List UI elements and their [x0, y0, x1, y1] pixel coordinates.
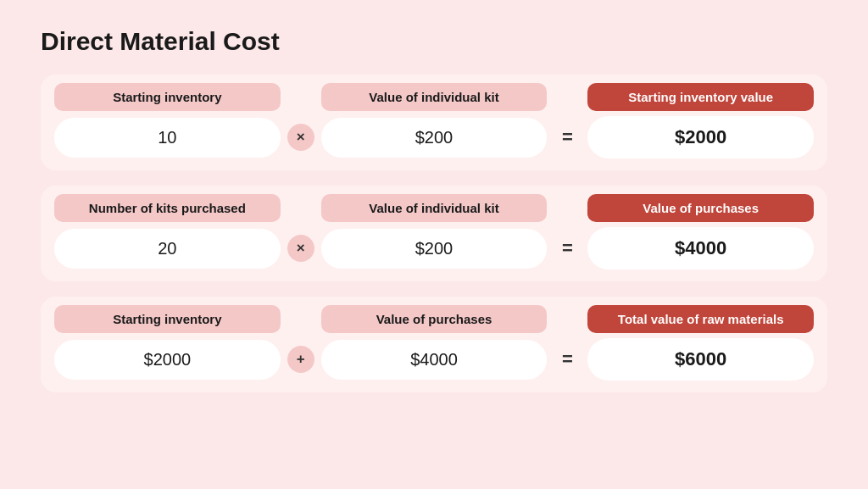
value-3-3: $6000 [587, 338, 814, 381]
equation-group-1: Starting inventoryValue of individual ki… [41, 75, 827, 170]
equals-sign-2: = [562, 237, 573, 259]
equation-group-2: Number of kits purchasedValue of individ… [41, 186, 827, 281]
operator1-3: + [281, 346, 321, 373]
label-2-2: Value of individual kit [321, 194, 548, 222]
equals-sign-1: = [562, 126, 573, 148]
main-container: Direct Material Cost Starting inventoryV… [0, 0, 868, 489]
value-1-1: 10 [54, 118, 281, 158]
equals-sign-3: = [562, 348, 573, 370]
value-3-1: $2000 [54, 340, 281, 380]
labels-row-2: Number of kits purchasedValue of individ… [54, 194, 814, 222]
operator-circle-1-1: × [287, 124, 314, 151]
label-3-1: Starting inventory [54, 305, 281, 333]
operator1-1: × [281, 124, 321, 151]
operator-circle-3-1: + [287, 346, 314, 373]
labels-row-1: Starting inventoryValue of individual ki… [54, 83, 814, 111]
equation-group-3: Starting inventoryValue of purchasesTota… [41, 297, 827, 392]
label-2-3: Value of purchases [587, 194, 814, 222]
page-title: Direct Material Cost [41, 27, 827, 56]
operator1-2: × [281, 235, 321, 262]
values-row-2: 20×$200=$4000 [54, 227, 814, 270]
label-3-2: Value of purchases [321, 305, 548, 333]
operator-circle-2-1: × [287, 235, 314, 262]
value-1-3: $2000 [587, 116, 814, 158]
value-2-3: $4000 [587, 227, 814, 270]
values-row-3: $2000+$4000=$6000 [54, 338, 814, 381]
label-1-1: Starting inventory [54, 83, 281, 111]
value-3-2: $4000 [321, 340, 548, 380]
label-2-1: Number of kits purchased [54, 194, 281, 222]
operator2-2: = [547, 237, 587, 259]
value-2-1: 20 [54, 229, 281, 269]
label-1-2: Value of individual kit [321, 83, 548, 111]
operator2-1: = [547, 126, 587, 148]
equation-groups: Starting inventoryValue of individual ki… [41, 75, 827, 392]
labels-row-3: Starting inventoryValue of purchasesTota… [54, 305, 814, 333]
value-2-2: $200 [321, 229, 548, 269]
operator2-3: = [547, 348, 587, 370]
label-3-3: Total value of raw materials [587, 305, 814, 333]
label-1-3: Starting inventory value [587, 83, 814, 111]
value-1-2: $200 [321, 118, 548, 158]
values-row-1: 10×$200=$2000 [54, 116, 814, 158]
